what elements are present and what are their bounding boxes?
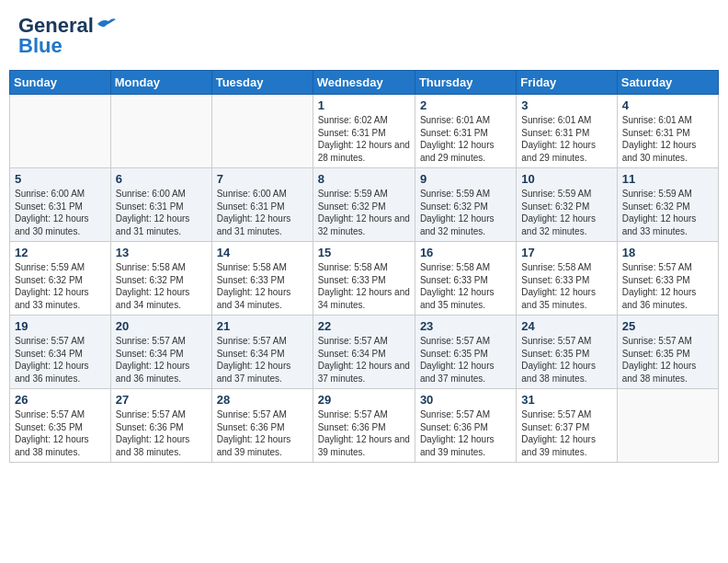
day-number: 24	[521, 319, 611, 333]
calendar-cell: 8Sunrise: 5:59 AMSunset: 6:32 PMDaylight…	[313, 168, 415, 242]
col-header-saturday: Saturday	[617, 71, 718, 95]
calendar-cell: 25Sunrise: 5:57 AMSunset: 6:35 PMDayligh…	[617, 316, 718, 389]
calendar-cell: 20Sunrise: 5:57 AMSunset: 6:34 PMDayligh…	[110, 316, 211, 389]
calendar-cell: 18Sunrise: 5:57 AMSunset: 6:33 PMDayligh…	[617, 242, 718, 316]
day-info: Sunrise: 5:57 AMSunset: 6:35 PMDaylight:…	[521, 335, 611, 385]
day-number: 12	[15, 246, 106, 259]
calendar-header-row: SundayMondayTuesdayWednesdayThursdayFrid…	[10, 71, 719, 95]
col-header-wednesday: Wednesday	[313, 71, 415, 95]
calendar-cell	[617, 389, 718, 463]
day-number: 19	[15, 319, 106, 333]
day-info: Sunrise: 5:57 AMSunset: 6:36 PMDaylight:…	[318, 408, 410, 458]
week-row-2: 5Sunrise: 6:00 AMSunset: 6:31 PMDaylight…	[10, 168, 719, 242]
day-info: Sunrise: 5:57 AMSunset: 6:33 PMDaylight:…	[622, 261, 713, 311]
logo-blue: Blue	[18, 34, 63, 58]
day-info: Sunrise: 5:57 AMSunset: 6:36 PMDaylight:…	[217, 408, 308, 458]
calendar-cell: 30Sunrise: 5:57 AMSunset: 6:36 PMDayligh…	[415, 389, 516, 463]
day-info: Sunrise: 5:58 AMSunset: 6:33 PMDaylight:…	[217, 261, 308, 311]
calendar-cell: 7Sunrise: 6:00 AMSunset: 6:31 PMDaylight…	[211, 168, 313, 242]
day-info: Sunrise: 5:57 AMSunset: 6:36 PMDaylight:…	[420, 408, 511, 458]
day-number: 27	[116, 393, 207, 407]
day-number: 7	[217, 172, 308, 186]
day-info: Sunrise: 6:00 AMSunset: 6:31 PMDaylight:…	[15, 188, 106, 237]
day-number: 8	[318, 172, 410, 186]
day-number: 4	[622, 98, 713, 112]
week-row-4: 19Sunrise: 5:57 AMSunset: 6:34 PMDayligh…	[10, 316, 719, 389]
col-header-thursday: Thursday	[415, 71, 516, 95]
col-header-tuesday: Tuesday	[211, 71, 313, 95]
day-info: Sunrise: 6:01 AMSunset: 6:31 PMDaylight:…	[622, 114, 713, 164]
day-info: Sunrise: 5:58 AMSunset: 6:33 PMDaylight:…	[420, 261, 511, 311]
calendar-cell: 29Sunrise: 5:57 AMSunset: 6:36 PMDayligh…	[313, 389, 415, 463]
calendar-cell: 17Sunrise: 5:58 AMSunset: 6:33 PMDayligh…	[517, 242, 617, 316]
day-number: 2	[420, 98, 511, 112]
day-number: 25	[622, 319, 713, 333]
day-number: 9	[420, 172, 511, 186]
day-number: 10	[521, 172, 611, 186]
day-info: Sunrise: 6:02 AMSunset: 6:31 PMDaylight:…	[318, 114, 410, 164]
day-number: 15	[318, 246, 410, 259]
day-info: Sunrise: 5:58 AMSunset: 6:32 PMDaylight:…	[116, 261, 207, 311]
week-row-1: 1Sunrise: 6:02 AMSunset: 6:31 PMDaylight…	[10, 95, 719, 168]
week-row-5: 26Sunrise: 5:57 AMSunset: 6:35 PMDayligh…	[10, 389, 719, 463]
day-number: 17	[521, 246, 611, 259]
day-info: Sunrise: 5:59 AMSunset: 6:32 PMDaylight:…	[420, 188, 511, 237]
calendar-cell: 12Sunrise: 5:59 AMSunset: 6:32 PMDayligh…	[10, 242, 111, 316]
calendar-cell: 4Sunrise: 6:01 AMSunset: 6:31 PMDaylight…	[617, 95, 718, 168]
day-info: Sunrise: 5:57 AMSunset: 6:34 PMDaylight:…	[116, 335, 207, 385]
calendar-cell: 27Sunrise: 5:57 AMSunset: 6:36 PMDayligh…	[110, 389, 211, 463]
day-info: Sunrise: 5:57 AMSunset: 6:34 PMDaylight:…	[217, 335, 308, 385]
day-info: Sunrise: 6:00 AMSunset: 6:31 PMDaylight:…	[116, 188, 207, 237]
day-number: 23	[420, 319, 511, 333]
day-info: Sunrise: 5:57 AMSunset: 6:34 PMDaylight:…	[15, 335, 106, 385]
calendar-cell	[211, 95, 313, 168]
day-info: Sunrise: 5:57 AMSunset: 6:34 PMDaylight:…	[318, 335, 410, 385]
calendar-cell: 5Sunrise: 6:00 AMSunset: 6:31 PMDaylight…	[10, 168, 111, 242]
calendar-cell: 28Sunrise: 5:57 AMSunset: 6:36 PMDayligh…	[211, 389, 313, 463]
day-number: 16	[420, 246, 511, 259]
col-header-monday: Monday	[110, 71, 211, 95]
day-number: 11	[622, 172, 713, 186]
day-info: Sunrise: 5:58 AMSunset: 6:33 PMDaylight:…	[318, 261, 410, 311]
day-info: Sunrise: 5:57 AMSunset: 6:35 PMDaylight:…	[15, 408, 106, 458]
day-number: 6	[116, 172, 207, 186]
week-row-3: 12Sunrise: 5:59 AMSunset: 6:32 PMDayligh…	[10, 242, 719, 316]
day-number: 29	[318, 393, 410, 407]
day-info: Sunrise: 6:00 AMSunset: 6:31 PMDaylight:…	[217, 188, 308, 237]
calendar-cell	[10, 95, 111, 168]
day-info: Sunrise: 5:59 AMSunset: 6:32 PMDaylight:…	[318, 188, 410, 237]
day-number: 21	[217, 319, 308, 333]
calendar-cell: 19Sunrise: 5:57 AMSunset: 6:34 PMDayligh…	[10, 316, 111, 389]
calendar-cell	[110, 95, 211, 168]
day-number: 28	[217, 393, 308, 407]
day-number: 13	[116, 246, 207, 259]
day-info: Sunrise: 5:58 AMSunset: 6:33 PMDaylight:…	[521, 261, 611, 311]
day-info: Sunrise: 5:57 AMSunset: 6:36 PMDaylight:…	[116, 408, 207, 458]
calendar-cell: 3Sunrise: 6:01 AMSunset: 6:31 PMDaylight…	[517, 95, 617, 168]
calendar-cell: 16Sunrise: 5:58 AMSunset: 6:33 PMDayligh…	[415, 242, 516, 316]
day-number: 31	[521, 393, 611, 407]
logo: General Blue	[18, 14, 116, 58]
day-number: 3	[521, 98, 611, 112]
calendar-cell: 22Sunrise: 5:57 AMSunset: 6:34 PMDayligh…	[313, 316, 415, 389]
calendar-cell: 23Sunrise: 5:57 AMSunset: 6:35 PMDayligh…	[415, 316, 516, 389]
calendar-cell: 31Sunrise: 5:57 AMSunset: 6:37 PMDayligh…	[517, 389, 617, 463]
day-info: Sunrise: 5:59 AMSunset: 6:32 PMDaylight:…	[622, 188, 713, 237]
day-info: Sunrise: 5:59 AMSunset: 6:32 PMDaylight:…	[521, 188, 611, 237]
day-info: Sunrise: 5:59 AMSunset: 6:32 PMDaylight:…	[15, 261, 106, 311]
calendar-cell: 10Sunrise: 5:59 AMSunset: 6:32 PMDayligh…	[517, 168, 617, 242]
day-number: 14	[217, 246, 308, 259]
day-info: Sunrise: 5:57 AMSunset: 6:35 PMDaylight:…	[420, 335, 511, 385]
day-number: 20	[116, 319, 207, 333]
calendar-cell: 26Sunrise: 5:57 AMSunset: 6:35 PMDayligh…	[10, 389, 111, 463]
day-info: Sunrise: 6:01 AMSunset: 6:31 PMDaylight:…	[420, 114, 511, 164]
calendar-cell: 13Sunrise: 5:58 AMSunset: 6:32 PMDayligh…	[110, 242, 211, 316]
calendar-cell: 14Sunrise: 5:58 AMSunset: 6:33 PMDayligh…	[211, 242, 313, 316]
calendar-cell: 2Sunrise: 6:01 AMSunset: 6:31 PMDaylight…	[415, 95, 516, 168]
day-number: 1	[318, 98, 410, 112]
day-info: Sunrise: 5:57 AMSunset: 6:35 PMDaylight:…	[622, 335, 713, 385]
day-number: 18	[622, 246, 713, 259]
day-number: 26	[15, 393, 106, 407]
day-number: 22	[318, 319, 410, 333]
col-header-sunday: Sunday	[10, 71, 111, 95]
